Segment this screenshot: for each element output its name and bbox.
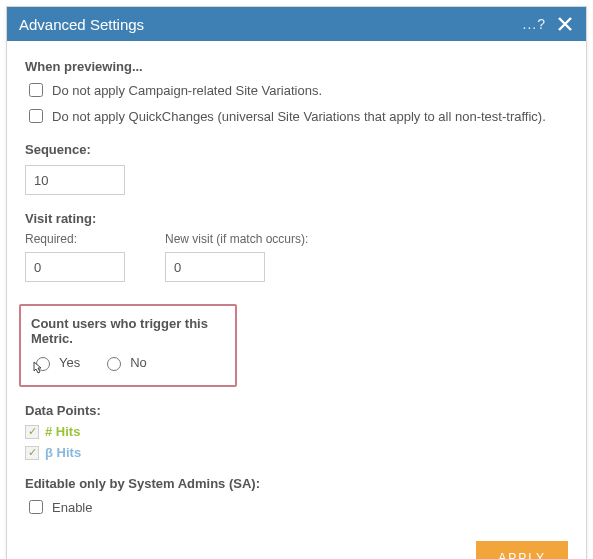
count-metric-highlight: Count users who trigger this Metric. Yes… xyxy=(19,304,237,387)
sequence-input[interactable] xyxy=(25,165,125,195)
visit-newvisit-input[interactable] xyxy=(165,252,265,282)
editable-sa-enable-checkbox[interactable] xyxy=(29,500,43,514)
apply-button[interactable]: APPLY xyxy=(476,541,568,559)
count-metric-yes-radio[interactable] xyxy=(36,357,50,371)
visit-rating-row: Required: New visit (if match occurs): xyxy=(25,232,568,282)
titlebar: Advanced Settings ...? xyxy=(7,7,586,41)
count-metric-no-radio[interactable] xyxy=(107,357,121,371)
count-metric-no-label: No xyxy=(130,355,147,370)
data-points-beta-label: β Hits xyxy=(45,445,81,460)
visit-newvisit-group: New visit (if match occurs): xyxy=(165,232,308,282)
dialog-content: When previewing... Do not apply Campaign… xyxy=(7,41,586,559)
data-points-hits-row[interactable]: # Hits xyxy=(25,424,568,439)
count-metric-yes-item[interactable]: Yes xyxy=(31,354,80,371)
data-points-beta-checkbox[interactable] xyxy=(25,446,39,460)
visit-required-group: Required: xyxy=(25,232,125,282)
count-metric-radios: Yes No xyxy=(31,354,225,371)
advanced-settings-dialog: Advanced Settings ...? When previewing..… xyxy=(6,6,587,559)
preview-campaign-checkbox[interactable] xyxy=(29,83,43,97)
count-metric-yes-label: Yes xyxy=(59,355,80,370)
data-points-label: Data Points: xyxy=(25,403,568,418)
visit-required-label: Required: xyxy=(25,232,125,246)
visit-required-input[interactable] xyxy=(25,252,125,282)
data-points-beta-row[interactable]: β Hits xyxy=(25,445,568,460)
preview-quickchanges-label: Do not apply QuickChanges (universal Sit… xyxy=(52,109,546,124)
editable-sa-label: Editable only by System Admins (SA): xyxy=(25,476,568,491)
preview-campaign-label: Do not apply Campaign-related Site Varia… xyxy=(52,83,322,98)
sequence-label: Sequence: xyxy=(25,142,568,157)
count-metric-no-item[interactable]: No xyxy=(102,354,147,371)
preview-heading: When previewing... xyxy=(25,59,568,74)
data-points-hits-label: # Hits xyxy=(45,424,80,439)
data-points-hits-checkbox[interactable] xyxy=(25,425,39,439)
close-icon[interactable] xyxy=(556,15,574,33)
titlebar-actions: ...? xyxy=(523,15,574,33)
visit-newvisit-label: New visit (if match occurs): xyxy=(165,232,308,246)
dialog-footer: APPLY xyxy=(25,523,568,559)
preview-quickchanges-checkbox-row[interactable]: Do not apply QuickChanges (universal Sit… xyxy=(25,106,568,126)
editable-sa-enable-label: Enable xyxy=(52,500,92,515)
help-icon[interactable]: ...? xyxy=(523,16,546,32)
editable-sa-enable-row[interactable]: Enable xyxy=(25,497,568,517)
preview-campaign-checkbox-row[interactable]: Do not apply Campaign-related Site Varia… xyxy=(25,80,568,100)
visit-rating-label: Visit rating: xyxy=(25,211,568,226)
dialog-title: Advanced Settings xyxy=(19,16,144,33)
preview-quickchanges-checkbox[interactable] xyxy=(29,109,43,123)
count-metric-label: Count users who trigger this Metric. xyxy=(31,316,225,346)
